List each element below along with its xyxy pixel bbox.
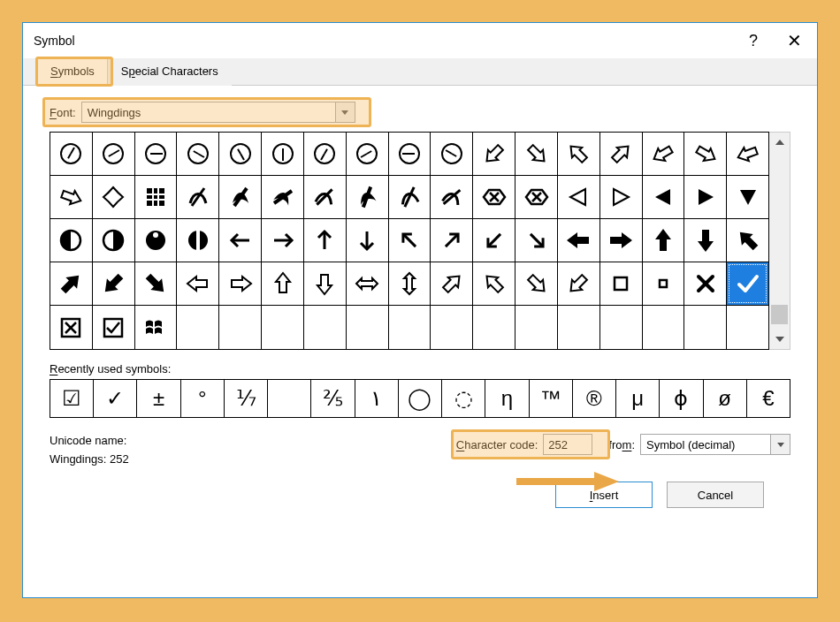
symbol-cell[interactable] <box>558 219 600 262</box>
recent-symbol-cell[interactable]: ± <box>137 380 180 417</box>
recent-symbol-cell[interactable]: ° <box>181 380 225 417</box>
symbol-cell[interactable] <box>600 306 643 349</box>
recent-symbol-cell[interactable]: ◌ <box>442 380 485 417</box>
chevron-down-icon[interactable] <box>335 102 355 122</box>
symbol-cell[interactable] <box>558 133 600 175</box>
symbol-cell[interactable] <box>93 306 135 349</box>
symbol-cell[interactable] <box>135 306 178 349</box>
symbol-cell[interactable] <box>135 262 178 305</box>
tab-symbols[interactable]: Symbols <box>37 58 108 86</box>
symbol-cell[interactable] <box>93 176 135 218</box>
symbol-cell[interactable] <box>473 306 515 349</box>
symbol-cell[interactable] <box>684 306 727 349</box>
symbol-cell[interactable] <box>177 176 219 218</box>
recent-symbol-cell[interactable]: ø <box>704 380 747 417</box>
symbol-cell[interactable] <box>177 219 219 262</box>
symbol-cell[interactable] <box>684 176 727 218</box>
symbol-cell[interactable] <box>600 219 643 262</box>
symbol-cell[interactable] <box>684 262 727 305</box>
scroll-up-button[interactable] <box>769 133 790 152</box>
symbol-cell[interactable] <box>135 176 178 218</box>
symbol-cell[interactable] <box>262 262 304 305</box>
symbol-cell[interactable] <box>389 219 431 262</box>
symbol-cell[interactable] <box>727 262 768 305</box>
symbol-cell[interactable] <box>473 219 515 262</box>
symbol-cell[interactable] <box>473 176 515 218</box>
symbol-cell[interactable] <box>304 133 347 175</box>
symbol-cell[interactable] <box>389 262 431 305</box>
symbol-cell[interactable] <box>431 219 473 262</box>
symbol-cell[interactable] <box>93 133 135 175</box>
recent-symbol-cell[interactable]: ١ <box>355 380 399 417</box>
symbol-cell[interactable] <box>431 262 473 305</box>
symbol-cell[interactable] <box>515 176 558 218</box>
symbol-cell[interactable] <box>219 176 262 218</box>
symbol-cell[interactable] <box>50 176 93 218</box>
symbol-cell[interactable] <box>219 133 262 175</box>
symbol-cell[interactable] <box>347 133 389 175</box>
scroll-thumb[interactable] <box>771 305 788 324</box>
symbol-cell[interactable] <box>262 306 304 349</box>
insert-button[interactable]: Insert <box>555 482 653 508</box>
symbol-cell[interactable] <box>727 133 768 175</box>
recent-symbol-cell[interactable]: ⅐ <box>225 380 268 417</box>
symbol-cell[interactable] <box>177 133 219 175</box>
symbol-cell[interactable] <box>50 262 93 305</box>
symbol-cell[interactable] <box>304 306 347 349</box>
symbol-cell[interactable] <box>347 306 389 349</box>
symbol-cell[interactable] <box>684 133 727 175</box>
symbol-cell[interactable] <box>431 306 473 349</box>
symbol-cell[interactable] <box>177 306 219 349</box>
charcode-input[interactable]: 252 <box>543 434 592 455</box>
symbol-cell[interactable] <box>643 176 685 218</box>
tab-special-characters[interactable]: Special Characters <box>108 58 232 86</box>
recent-symbol-cell[interactable]: ⅖ <box>311 380 355 417</box>
symbol-cell[interactable] <box>389 133 431 175</box>
symbol-cell[interactable] <box>304 219 347 262</box>
symbol-cell[interactable] <box>262 219 304 262</box>
symbol-cell[interactable] <box>219 219 262 262</box>
symbol-cell[interactable] <box>50 306 93 349</box>
symbol-cell[interactable] <box>727 306 768 349</box>
symbol-cell[interactable] <box>515 219 558 262</box>
symbol-cell[interactable] <box>50 219 93 262</box>
recent-symbol-cell[interactable]: ϕ <box>660 380 703 417</box>
symbol-cell[interactable] <box>93 219 135 262</box>
symbol-cell[interactable] <box>558 262 600 305</box>
symbol-cell[interactable] <box>473 133 515 175</box>
symbol-cell[interactable] <box>600 262 643 305</box>
symbol-cell[interactable] <box>558 176 600 218</box>
symbol-cell[interactable] <box>431 133 473 175</box>
symbol-cell[interactable] <box>135 133 178 175</box>
symbol-cell[interactable] <box>643 262 685 305</box>
symbol-cell[interactable] <box>50 133 93 175</box>
recent-symbol-cell[interactable]: ™ <box>530 380 573 417</box>
symbol-cell[interactable] <box>600 176 643 218</box>
recent-symbol-cell[interactable]: ✓ <box>94 380 137 417</box>
symbol-cell[interactable] <box>262 133 304 175</box>
recent-symbol-cell[interactable]: ◯ <box>399 380 442 417</box>
grid-scrollbar[interactable] <box>769 132 790 350</box>
symbol-cell[interactable] <box>515 306 558 349</box>
symbol-cell[interactable] <box>347 262 389 305</box>
symbol-cell[interactable] <box>93 262 135 305</box>
symbol-cell[interactable] <box>389 176 431 218</box>
close-button[interactable]: ✕ <box>776 23 812 58</box>
symbol-cell[interactable] <box>600 133 643 175</box>
symbol-cell[interactable] <box>347 176 389 218</box>
recent-symbol-cell[interactable]: η <box>485 380 529 417</box>
symbol-cell[interactable] <box>219 306 262 349</box>
symbol-cell[interactable] <box>643 133 685 175</box>
symbol-cell[interactable] <box>684 219 727 262</box>
recent-symbol-cell[interactable]: μ <box>616 380 660 417</box>
symbol-cell[interactable] <box>515 133 558 175</box>
symbol-cell[interactable] <box>643 219 685 262</box>
scroll-down-button[interactable] <box>769 330 790 349</box>
recent-symbol-cell[interactable]: ☑ <box>50 380 94 417</box>
symbol-cell[interactable] <box>515 262 558 305</box>
symbol-cell[interactable] <box>389 306 431 349</box>
symbol-cell[interactable] <box>135 219 178 262</box>
symbol-cell[interactable] <box>473 262 515 305</box>
symbol-cell[interactable] <box>643 306 685 349</box>
symbol-cell[interactable] <box>304 176 347 218</box>
